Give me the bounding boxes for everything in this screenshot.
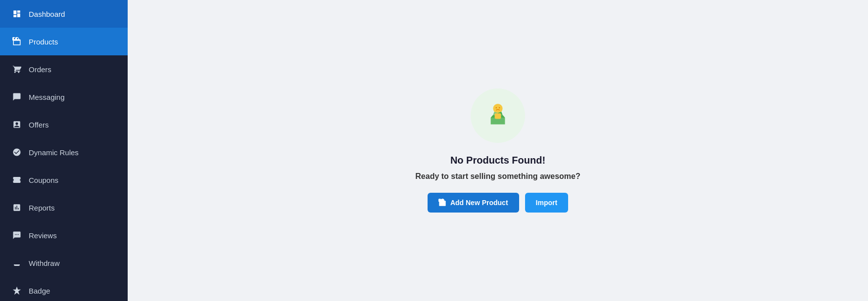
empty-subtitle: Ready to start selling something awesome… [415, 172, 580, 181]
sidebar-item-dashboard[interactable]: Dashboard [0, 0, 128, 28]
sidebar: Dashboard Products Orders Messaging Offe… [0, 0, 128, 301]
badge-icon [12, 286, 22, 296]
orders-icon [12, 64, 22, 74]
sidebar-item-coupons-label: Coupons [29, 176, 116, 184]
sidebar-item-badge[interactable]: Badge [0, 277, 128, 301]
svg-point-1 [496, 107, 497, 108]
empty-icon-circle [471, 88, 525, 143]
add-product-icon [438, 199, 446, 207]
main-content: No Products Found! Ready to start sellin… [128, 0, 868, 301]
sidebar-item-dashboard-label: Dashboard [29, 10, 116, 18]
svg-rect-3 [495, 113, 501, 119]
svg-point-2 [499, 107, 500, 108]
sidebar-item-messaging-label: Messaging [29, 93, 116, 101]
withdraw-icon [12, 258, 22, 268]
reports-icon [12, 203, 22, 213]
sidebar-item-dynamic-rules-label: Dynamic Rules [29, 148, 116, 157]
sidebar-item-messaging[interactable]: Messaging [0, 83, 128, 111]
messaging-icon [12, 92, 22, 102]
add-new-product-button[interactable]: Add New Product [428, 193, 519, 213]
add-new-product-label: Add New Product [450, 199, 508, 207]
sidebar-item-reviews[interactable]: Reviews [0, 221, 128, 249]
sidebar-item-products-label: Products [29, 38, 116, 46]
products-icon [12, 37, 22, 46]
dashboard-icon [12, 9, 22, 19]
dynamic-rules-icon [12, 147, 22, 157]
sidebar-item-offers[interactable]: Offers [0, 111, 128, 138]
empty-actions: Add New Product Import [428, 193, 568, 213]
reviews-icon [12, 230, 22, 240]
import-button[interactable]: Import [525, 193, 569, 213]
sidebar-item-dynamic-rules[interactable]: Dynamic Rules [0, 138, 128, 166]
sidebar-item-reviews-label: Reviews [29, 231, 116, 240]
empty-state: No Products Found! Ready to start sellin… [415, 88, 580, 213]
svg-rect-4 [439, 201, 445, 206]
empty-title: No Products Found! [450, 155, 545, 166]
sidebar-item-orders-label: Orders [29, 65, 116, 74]
sidebar-item-coupons[interactable]: Coupons [0, 166, 128, 194]
sidebar-item-withdraw-label: Withdraw [29, 259, 116, 267]
sidebar-item-reports[interactable]: Reports [0, 194, 128, 221]
coupons-icon [12, 175, 22, 185]
sidebar-item-orders[interactable]: Orders [0, 55, 128, 83]
sidebar-item-reports-label: Reports [29, 204, 116, 212]
import-button-label: Import [536, 199, 558, 207]
sidebar-item-products[interactable]: Products [0, 28, 128, 55]
offers-icon [12, 120, 22, 129]
sidebar-item-badge-label: Badge [29, 287, 116, 295]
sidebar-item-withdraw[interactable]: Withdraw [0, 249, 128, 277]
empty-box-icon [482, 100, 514, 131]
sidebar-item-offers-label: Offers [29, 121, 116, 129]
